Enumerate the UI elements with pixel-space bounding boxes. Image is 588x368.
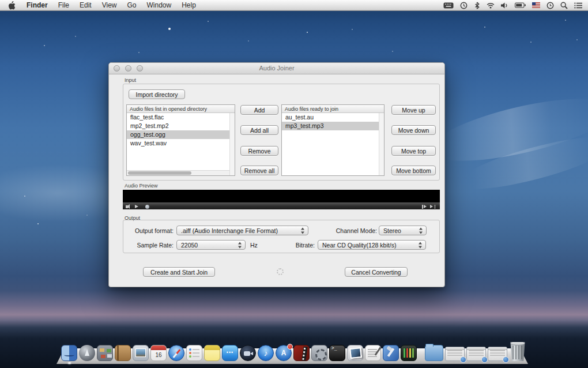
menu-edit[interactable]: Edit [74,0,97,11]
dock: 16 ••• ♪ A >_ [0,341,588,368]
notification-center-icon[interactable] [574,0,582,10]
preview-icon[interactable] [133,345,149,361]
output-format-select[interactable]: .aiff (Audio Interchange File Format) [176,226,308,235]
list-item-selected[interactable]: mp3_test.mp3 [282,122,384,130]
window-title: Audio Joiner [109,65,444,72]
vertical-scrollbar[interactable] [379,113,384,175]
create-and-start-join-button[interactable]: Create and Start Join [143,267,215,277]
minimized-window-icon[interactable] [466,347,486,361]
calendar-icon[interactable]: 16 [150,345,167,361]
remove-button[interactable]: Remove [240,146,278,156]
movie-app-icon[interactable] [293,345,310,361]
menu-window[interactable]: Window [142,0,177,11]
bluetooth-icon[interactable] [474,0,480,10]
scrubber-knob[interactable] [145,205,149,209]
finder-icon[interactable] [61,345,77,361]
battery-icon[interactable] [515,0,526,10]
move-up-button[interactable]: Move up [391,105,436,115]
xcode-icon[interactable] [383,345,399,361]
reminders-icon[interactable] [186,345,202,361]
move-top-button[interactable]: Move top [391,146,436,156]
notes-icon[interactable] [204,345,220,361]
bitrate-select[interactable]: Near CD Quality(128 kbit/s) [318,240,426,250]
quicktime-icon[interactable] [240,345,256,361]
messages-icon[interactable]: ••• [222,345,238,361]
move-bottom-button[interactable]: Move bottom [391,166,436,175]
volume-icon[interactable] [501,0,508,10]
list-item[interactable]: au_test.au [282,113,384,122]
list-item-selected[interactable]: ogg_test.ogg [127,130,235,139]
mission-control-icon[interactable] [97,345,113,361]
menu-go[interactable]: Go [122,0,142,11]
source-file-list[interactable]: Audio files list in opened directory fla… [126,104,235,176]
sample-rate-value: 22050 [181,242,198,249]
audio-joiner-window: Audio Joiner Input Import directory Audi… [108,62,445,287]
wifi-icon[interactable] [487,0,495,10]
system-preferences-icon[interactable] [311,345,327,361]
add-button[interactable]: Add [240,105,278,115]
combo-arrows-icon [238,242,242,248]
move-down-button[interactable]: Move down [391,125,436,135]
input-group-label: Input [125,77,136,83]
textedit-icon[interactable] [365,345,381,361]
title-bar[interactable]: Audio Joiner [109,63,444,74]
window-content: Input Import directory Audio files list … [109,74,444,287]
bitrate-value: Near CD Quality(128 kbit/s) [322,242,396,249]
list-item[interactable]: wav_test.wav [127,139,235,148]
step-back-icon[interactable] [422,205,427,209]
minimized-window-icon[interactable] [445,347,465,361]
vertical-scrollbar[interactable] [229,113,235,175]
minimized-window-icon[interactable] [488,347,507,361]
spotlight-icon[interactable] [560,0,568,10]
apple-menu-icon[interactable] [6,0,21,10]
safari-icon[interactable] [168,345,184,361]
target-list-header: Audio files ready to join [282,105,384,113]
scrollbar-thumb[interactable] [128,171,191,175]
time-machine-icon[interactable] [460,0,468,10]
add-all-button[interactable]: Add all [240,125,278,135]
combo-arrows-icon [419,242,423,248]
input-source-us-flag-icon[interactable] [532,0,540,10]
target-file-list[interactable]: Audio files ready to join au_test.au mp3… [281,104,385,176]
player-control-bar[interactable] [123,202,440,209]
channel-mode-value: Stereo [383,227,401,234]
app-store-badge [287,344,293,350]
app-store-glyph: A [281,349,287,357]
volume-icon[interactable] [126,205,128,208]
keyboard-icon[interactable] [443,0,454,10]
menu-bar: Finder File Edit View Go Window Help [0,0,588,11]
combo-arrows-icon [419,227,423,234]
menu-help[interactable]: Help [176,0,201,11]
cancel-converting-button[interactable]: Cancel Converting [345,267,408,277]
play-icon[interactable] [135,205,138,208]
dock-icons: 16 ••• ♪ A >_ [61,342,526,361]
menu-file[interactable]: File [53,0,74,11]
source-list-header: Audio files list in opened directory [127,105,235,113]
list-item[interactable]: flac_test.flac [127,113,235,122]
audio-preview-label: Audio Preview [125,183,158,189]
sample-rate-label: Sample Rate: [125,240,174,250]
menu-finder[interactable]: Finder [21,0,53,11]
list-item[interactable]: mp2_test.mp2 [127,122,235,130]
downloads-folder-icon[interactable] [425,345,443,361]
launchpad-icon[interactable] [79,345,95,361]
remove-all-button[interactable]: Remove all [240,166,278,175]
app-store-icon[interactable]: A [276,345,292,361]
output-format-value: .aiff (Audio Interchange File Format) [181,227,278,234]
horizontal-scrollbar[interactable] [127,170,229,175]
step-forward-icon[interactable] [430,205,435,209]
channel-mode-select[interactable]: Stereo [379,226,427,235]
import-directory-button[interactable]: Import directory [129,89,185,99]
window-app-badge [481,356,488,363]
calendar-day: 16 [151,350,166,361]
contacts-icon[interactable] [115,345,131,361]
photo-booth-icon[interactable] [347,345,363,361]
terminal-icon[interactable]: >_ [329,345,345,361]
menu-view[interactable]: View [97,0,122,11]
clock-icon[interactable] [546,0,554,10]
itunes-icon[interactable]: ♪ [258,345,274,361]
trash-icon[interactable] [509,342,526,361]
audio-preview-player [123,190,440,209]
audio-equalizer-app-icon[interactable] [401,345,417,361]
sample-rate-select[interactable]: 22050 [176,240,246,250]
